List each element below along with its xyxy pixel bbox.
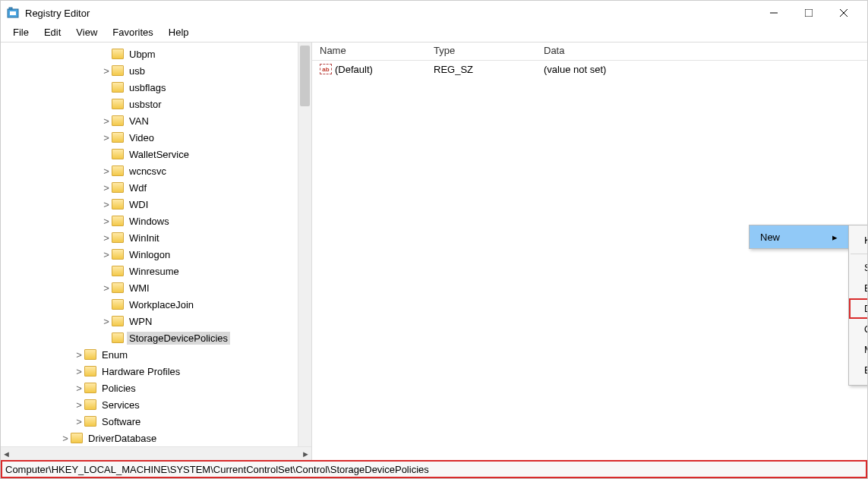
svg-rect-1 (9, 8, 12, 9)
scroll-left-icon[interactable]: ◄ (2, 449, 11, 459)
folder-icon (112, 149, 124, 159)
tree-node[interactable]: >VAN (5, 112, 311, 129)
tree-node-label: VAN (127, 115, 151, 128)
expand-icon[interactable]: > (74, 383, 84, 394)
scroll-thumb[interactable] (300, 46, 310, 106)
folder-icon (112, 332, 124, 343)
value-list-pane[interactable]: Name Type Data ab (Default) REG_SZ (valu… (312, 43, 867, 460)
tree-pane[interactable]: Ubpm>usbusbflagsusbstor>VAN>VideoWalletS… (1, 43, 312, 460)
folder-icon (112, 232, 124, 243)
tree-node-label: Software (99, 415, 143, 428)
tree-node[interactable]: >WDI (5, 196, 311, 213)
string-value-icon: ab (320, 64, 332, 74)
tree-node-label: wcncsvc (127, 165, 169, 178)
tree-node[interactable]: >WPN (5, 313, 311, 329)
submenu-item[interactable]: DWORD (32-bit) Value (849, 298, 868, 319)
folder-icon (112, 49, 124, 59)
tree-node[interactable]: StorageDevicePolicies (5, 329, 311, 346)
tree-node-label: WinInit (127, 232, 162, 244)
tree-node[interactable]: >Policies (5, 380, 311, 396)
tree-node[interactable]: WalletService (5, 146, 311, 162)
folder-icon (112, 316, 124, 326)
svg-rect-4 (805, 9, 813, 17)
status-bar: Computer\HKEY_LOCAL_MACHINE\SYSTEM\Curre… (1, 460, 867, 478)
folder-icon (112, 132, 124, 143)
tree-node[interactable]: Winresume (5, 263, 311, 279)
tree-node[interactable]: >Winlogon (5, 246, 311, 263)
address-path: Computer\HKEY_LOCAL_MACHINE\SYSTEM\Curre… (5, 464, 429, 475)
submenu-arrow-icon: ▸ (832, 232, 838, 243)
tree-hscrollbar[interactable]: ◄► (1, 446, 311, 460)
submenu-item[interactable]: Expandable String Value (849, 360, 868, 380)
folder-icon (112, 282, 124, 293)
tree-node-label: Windows (127, 215, 172, 228)
tree-node[interactable]: Ubpm (5, 46, 311, 62)
column-name[interactable]: Name (320, 43, 434, 60)
tree-node[interactable]: usbflags (5, 79, 311, 96)
menu-edit[interactable]: Edit (36, 25, 68, 42)
tree-node[interactable]: usbstor (5, 96, 311, 112)
tree-vscrollbar[interactable] (298, 43, 311, 460)
expand-icon[interactable]: > (101, 132, 112, 143)
expand-icon[interactable]: > (60, 433, 71, 444)
tree-node[interactable]: >WMI (5, 279, 311, 296)
expand-icon[interactable]: > (74, 349, 84, 361)
context-menu-label: New (760, 232, 780, 243)
tree-node-label: Wdf (127, 181, 149, 194)
submenu-item[interactable]: QWORD (64-bit) Value (849, 319, 868, 339)
tree-node-label: Policies (99, 382, 138, 395)
tree-node[interactable]: >wcncsvc (5, 162, 311, 179)
expand-icon[interactable]: > (101, 165, 112, 177)
expand-icon[interactable]: > (101, 199, 112, 210)
expand-icon[interactable]: > (101, 182, 112, 194)
tree-node[interactable]: >Enum (5, 346, 311, 363)
folder-icon (112, 249, 124, 260)
expand-icon[interactable]: > (101, 65, 112, 77)
submenu-item[interactable]: String Value (849, 257, 868, 278)
column-data[interactable]: Data (544, 43, 867, 60)
close-button[interactable] (826, 1, 861, 25)
folder-icon (112, 115, 124, 126)
expand-icon[interactable]: > (101, 216, 112, 227)
scroll-right-icon[interactable]: ► (301, 449, 310, 459)
tree-node[interactable]: >Windows (5, 213, 311, 229)
tree-node[interactable]: >Wdf (5, 179, 311, 196)
tree-node[interactable]: >Video (5, 129, 311, 146)
expand-icon[interactable]: > (74, 366, 84, 377)
expand-icon[interactable]: > (101, 115, 112, 127)
menu-favorites[interactable]: Favorites (105, 25, 160, 42)
context-menu-new[interactable]: New ▸ (750, 225, 848, 248)
tree-node[interactable]: >Software (5, 413, 311, 430)
submenu-item[interactable]: Binary Value (849, 278, 868, 298)
folder-icon (112, 65, 124, 76)
menu-separator (851, 254, 868, 254)
expand-icon[interactable]: > (101, 232, 112, 244)
tree-node[interactable]: WorkplaceJoin (5, 296, 311, 313)
tree-node-label: StorageDevicePolicies (127, 332, 230, 345)
tree-node[interactable]: >Services (5, 396, 311, 413)
expand-icon[interactable]: > (101, 316, 112, 327)
tree-node-label: Winlogon (127, 248, 172, 261)
tree-node[interactable]: >DriverDatabase (5, 430, 311, 446)
tree-node[interactable]: >WinInit (5, 229, 311, 246)
expand-icon[interactable]: > (101, 282, 112, 294)
tree-node-label: WorkplaceJoin (127, 298, 196, 311)
submenu-item[interactable]: Key (849, 230, 868, 251)
submenu-item[interactable]: Multi-String Value (849, 339, 868, 360)
tree-node[interactable]: >Hardware Profiles (5, 363, 311, 380)
menu-file[interactable]: File (5, 25, 36, 42)
tree-node[interactable]: >usb (5, 62, 311, 79)
expand-icon[interactable]: > (74, 399, 84, 411)
column-type[interactable]: Type (434, 43, 544, 60)
value-row[interactable]: ab (Default) REG_SZ (value not set) (312, 61, 867, 77)
tree-node-label: WalletService (127, 148, 191, 161)
tree-node-label: WDI (127, 198, 150, 211)
maximize-button[interactable] (791, 1, 826, 25)
menu-view[interactable]: View (68, 25, 105, 42)
menu-help[interactable]: Help (161, 25, 197, 42)
minimize-button[interactable] (756, 1, 791, 25)
expand-icon[interactable]: > (101, 249, 112, 260)
folder-icon (112, 165, 124, 176)
tree-node-label: Ubpm (127, 48, 158, 61)
expand-icon[interactable]: > (74, 416, 84, 427)
